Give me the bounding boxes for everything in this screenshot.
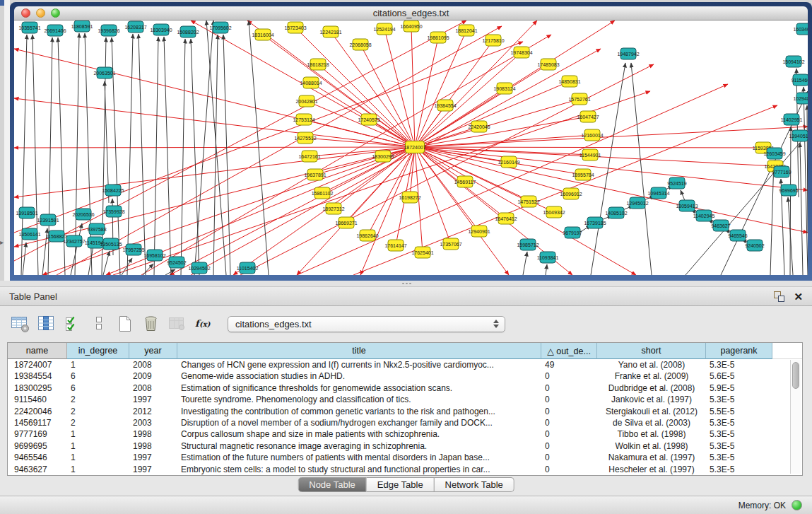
tab-network-table[interactable]: Network Table	[435, 477, 514, 492]
cell-title[interactable]: Genome-wide association studies in ADHD.	[177, 370, 541, 382]
column-header-name[interactable]: name	[8, 343, 67, 359]
graph-node[interactable]: 16476412	[495, 213, 517, 224]
graph-node[interactable]: 17095602	[209, 22, 231, 33]
graph-edge[interactable]	[546, 264, 547, 275]
graph-edge[interactable]	[154, 37, 158, 275]
graph-edge[interactable]	[415, 81, 570, 147]
graph-node[interactable]: 15861102	[312, 187, 334, 199]
graph-node[interactable]: 19396826	[98, 25, 119, 36]
cell-out_degree[interactable]: 0	[541, 428, 597, 440]
graph-node[interactable]: 17614147	[384, 240, 406, 251]
cell-name[interactable]: 19384554	[8, 370, 67, 382]
minimize-window-button[interactable]	[36, 8, 45, 18]
graph-edge[interactable]	[139, 34, 146, 275]
graph-node[interactable]: 13940514	[789, 130, 808, 141]
table-scrollbar[interactable]	[790, 360, 801, 474]
import-table-button[interactable]	[165, 313, 189, 335]
graph-node[interactable]: 19862640	[356, 230, 378, 241]
graph-edge[interactable]	[591, 63, 625, 275]
cell-year[interactable]: 2008	[129, 359, 177, 370]
graph-node[interactable]: 19083124	[493, 83, 515, 94]
graph-node[interactable]: 18669271	[335, 217, 357, 228]
cell-title[interactable]: Estimation of the future numbers of pati…	[177, 452, 541, 463]
graph-node[interactable]: 16096912	[560, 188, 582, 199]
graph-node[interactable]: 9240502	[745, 240, 764, 251]
graph-node[interactable]: 12242181	[319, 26, 341, 37]
graph-node[interactable]: 12160149	[498, 156, 519, 168]
graph-node[interactable]: 15723403	[284, 22, 306, 33]
cell-short[interactable]: Yano et al. (2008)	[597, 359, 706, 370]
graph-node[interactable]: 22068058	[349, 39, 371, 50]
cell-in_degree[interactable]: 1	[67, 359, 129, 370]
graph-node[interactable]: 20691406	[44, 25, 66, 36]
cell-name[interactable]: 22420046	[8, 406, 67, 417]
graph-node[interactable]: 11402951	[781, 114, 803, 125]
graph-node[interactable]: 15985712	[517, 239, 539, 250]
graph-node[interactable]: 14751522	[517, 196, 539, 207]
cell-name[interactable]: 18300295	[8, 382, 67, 394]
panel-collapse-arrow-icon[interactable]: ▸	[0, 239, 4, 246]
cell-title[interactable]: Disruption of a novel member of a sodium…	[177, 417, 541, 428]
cell-pagerank[interactable]: 5.3E-5	[706, 464, 772, 475]
panel-splitter[interactable]	[0, 281, 812, 286]
graph-edge[interactable]	[164, 37, 171, 275]
graph-edge[interactable]	[143, 264, 153, 275]
network-graph[interactable]: 1831600415723403122421812206805812524194…	[14, 21, 808, 275]
graph-node[interactable]: 15752761	[568, 93, 590, 105]
cell-short[interactable]: Dudbridge et al. (2008)	[597, 382, 706, 394]
scrollbar-thumb[interactable]	[792, 362, 799, 389]
graph-edge[interactable]	[122, 258, 132, 275]
cell-short[interactable]: Wolkin et al. (1998)	[597, 440, 706, 452]
cell-year[interactable]: 2003	[129, 417, 177, 428]
cell-title[interactable]: Embryonic stem cells: a model to study s…	[177, 464, 541, 475]
cell-out_degree[interactable]: 0	[541, 382, 597, 394]
table-row[interactable]: 1872400712008Changes of HCN gene express…	[8, 359, 802, 370]
cell-short[interactable]: de Silva et al. (2003)	[597, 417, 706, 428]
cell-in_degree[interactable]: 1	[67, 428, 129, 440]
cell-in_degree[interactable]: 2	[67, 406, 129, 417]
graph-node[interactable]: 14569117	[454, 176, 476, 187]
graph-node[interactable]: 15049342	[543, 206, 565, 218]
graph-node[interactable]: 17485083	[537, 59, 559, 70]
float-panel-icon[interactable]	[774, 291, 784, 302]
graph-node[interactable]: 11093841	[537, 252, 559, 263]
function-builder-button[interactable]: f (x)	[192, 313, 215, 335]
graph-node[interactable]: 11402945	[693, 210, 715, 221]
table-row[interactable]: 946554611997Estimation of the future num…	[8, 452, 802, 463]
graph-edge[interactable]	[103, 251, 110, 275]
graph-node[interactable]: 14085102	[605, 207, 627, 218]
cell-out_degree[interactable]: 49	[541, 359, 597, 370]
column-header-title[interactable]: title	[177, 343, 541, 359]
graph-node[interactable]: 10945314	[647, 187, 669, 199]
cell-year[interactable]: 1997	[129, 394, 177, 405]
graph-node[interactable]: 10294502	[188, 262, 210, 274]
cell-out_degree[interactable]: 0	[541, 406, 597, 417]
graph-edge[interactable]	[23, 243, 26, 275]
cell-in_degree[interactable]: 1	[67, 464, 129, 475]
cell-short[interactable]: Franke et al. (2009)	[597, 370, 706, 382]
column-visibility-button[interactable]	[35, 313, 58, 335]
table-mode-button[interactable]	[8, 313, 32, 335]
graph-node[interactable]: 9115460	[792, 74, 808, 86]
graph-node[interactable]: 15088202	[177, 26, 199, 37]
graph-edge[interactable]	[415, 147, 808, 233]
graph-node[interactable]: 16739185	[584, 217, 606, 228]
graph-edge[interactable]	[181, 39, 185, 275]
graph-edge[interactable]	[790, 127, 791, 275]
row-height-button[interactable]	[87, 313, 110, 335]
graph-edge[interactable]	[415, 147, 636, 275]
graph-node[interactable]: 18316004	[252, 29, 273, 40]
graph-edge[interactable]	[686, 134, 808, 275]
cell-title[interactable]: Estimation of significance thresholds fo…	[177, 382, 541, 394]
graph-edge[interactable]	[318, 64, 415, 147]
cell-in_degree[interactable]: 6	[67, 370, 129, 382]
graph-node[interactable]: 15084225	[102, 185, 124, 196]
cell-short[interactable]: Tibbo et al. (1998)	[597, 428, 706, 440]
cell-title[interactable]: Changes of HCN gene expression and I(f) …	[177, 359, 541, 370]
cell-title[interactable]: Structural magnetic resonance image aver…	[177, 440, 541, 452]
graph-node[interactable]: 19384554	[434, 100, 456, 111]
graph-edge[interactable]	[411, 26, 415, 147]
graph-node[interactable]: 19637891	[304, 169, 326, 180]
graph-node[interactable]: 18618218	[307, 59, 329, 70]
graph-node[interactable]: 19861095	[427, 32, 449, 43]
